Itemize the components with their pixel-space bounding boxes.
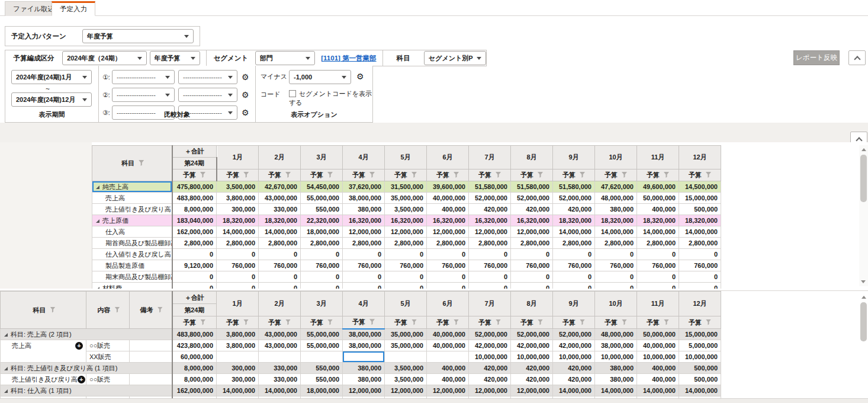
subject-cell[interactable]: 期末商品及び製品棚卸高 — [92, 271, 172, 283]
column-header-total[interactable]: ＋合計 — [172, 292, 217, 304]
column-header-budget[interactable]: 予算 — [637, 316, 679, 329]
subject-cell[interactable]: 材料費 — [92, 283, 172, 289]
filter-icon[interactable] — [327, 172, 333, 178]
budget-cell[interactable]: 12,000,000 — [511, 385, 553, 396]
budget-cell[interactable]: 500,000 — [679, 363, 721, 374]
filter-icon[interactable] — [664, 172, 669, 178]
group-label-cell[interactable]: 科目: 売上値引き及び戻り高 (1 項目) — [1, 363, 172, 374]
budget-cell[interactable]: 0 — [259, 271, 301, 283]
budget-cell[interactable]: 2,800,000 — [511, 238, 553, 249]
budget-cell[interactable]: 50,000,000 — [637, 329, 679, 340]
filter-icon[interactable] — [496, 172, 501, 178]
budget-cell[interactable]: 18,320,000 — [637, 215, 679, 226]
column-header-budget[interactable]: 予算 — [595, 316, 637, 329]
segment-code-checkbox[interactable] — [289, 90, 296, 97]
subject-cell[interactable]: 製品製造原価 — [92, 260, 172, 271]
add-item-icon[interactable]: + — [78, 376, 85, 383]
budget-cell[interactable]: 42,670,000 — [259, 181, 301, 193]
filter-icon[interactable] — [454, 172, 459, 178]
filter-icon[interactable] — [496, 319, 501, 325]
filter-icon[interactable] — [580, 319, 585, 325]
plan-input-pattern-select[interactable]: 年度予算 — [82, 29, 194, 43]
filter-icon[interactable] — [50, 307, 56, 313]
column-header-month[interactable]: 5月 — [385, 292, 427, 316]
budget-cell[interactable]: 40,000,000 — [427, 340, 469, 351]
budget-cell[interactable]: 3,800,000 — [217, 329, 259, 340]
budget-cell[interactable]: 52,000,000 — [511, 193, 553, 204]
filter-icon[interactable] — [369, 319, 375, 325]
filter-icon[interactable] — [285, 172, 291, 178]
budget-cell[interactable]: 0 — [343, 271, 385, 283]
budget-cell[interactable]: 380,000 — [343, 204, 385, 215]
budget-cell[interactable]: 42,000,000 — [469, 340, 511, 351]
column-header-note[interactable]: 備考 — [130, 292, 172, 329]
subject-cell[interactable]: 仕入値引き及び戻し高 — [92, 249, 172, 260]
budget-cell[interactable]: 15,000,000 — [679, 193, 721, 204]
budget-cell[interactable]: 55,000,000 — [301, 193, 343, 204]
budget-cell[interactable]: 400,000 — [427, 363, 469, 374]
budget-cell[interactable]: 12,000,000 — [511, 226, 553, 238]
budget-cell[interactable]: 48,000,000 — [595, 329, 637, 340]
total-cell[interactable]: 0 — [172, 249, 217, 260]
column-header-month[interactable]: 4月 — [343, 146, 385, 169]
column-header-month[interactable]: 7月 — [469, 146, 511, 169]
column-header-budget[interactable]: 予算 — [553, 316, 595, 329]
budget-cell[interactable] — [427, 351, 469, 363]
budget-cell[interactable]: 0 — [427, 249, 469, 260]
budget-cell[interactable]: 760,000 — [259, 260, 301, 271]
scroll-up-arrow[interactable] — [861, 148, 866, 151]
group-label-cell[interactable]: 科目: 仕入高 (1 項目) — [1, 385, 172, 396]
column-header-month[interactable]: 1月 — [217, 146, 259, 169]
budget-cell[interactable]: 0 — [385, 249, 427, 260]
budget-cell[interactable]: 330,000 — [259, 204, 301, 215]
budget-cell[interactable]: 2,800,000 — [595, 238, 637, 249]
filter-icon[interactable] — [580, 172, 585, 178]
budget-cell[interactable]: 2,800,000 — [217, 238, 259, 249]
budget-cell[interactable]: 0 — [511, 283, 553, 289]
add-item-icon[interactable]: + — [75, 342, 83, 350]
budget-cell[interactable]: 760,000 — [427, 260, 469, 271]
budget-cell[interactable]: 0 — [553, 271, 595, 283]
column-header-budget[interactable]: 予算 — [385, 316, 427, 329]
budget-cell[interactable]: 0 — [217, 283, 259, 289]
budget-cell[interactable]: 14,000,000 — [217, 226, 259, 238]
budget-cell[interactable] — [259, 351, 301, 363]
budget-cell[interactable]: 3,800,000 — [217, 340, 259, 351]
total-cell[interactable]: 162,000,000 — [172, 226, 217, 238]
total-cell[interactable]: 483,800,000 — [172, 329, 217, 340]
budget-cell[interactable]: 52,000,000 — [553, 193, 595, 204]
budget-cell[interactable]: 10,000,000 — [637, 351, 679, 363]
budget-cell[interactable]: 420,000 — [511, 363, 553, 374]
gear-icon[interactable]: ⚙ — [242, 91, 249, 99]
budget-cell[interactable]: 14,000,000 — [553, 226, 595, 238]
filter-icon[interactable] — [538, 172, 543, 178]
budget-cell[interactable]: 420,000 — [553, 363, 595, 374]
budget-cell[interactable]: 52,000,000 — [469, 329, 511, 340]
budget-cell[interactable]: 420,000 — [511, 204, 553, 215]
budget-cell[interactable]: 380,000 — [343, 374, 385, 385]
budget-cell[interactable]: 16,320,000 — [427, 215, 469, 226]
budget-cell[interactable]: 14,000,000 — [217, 385, 259, 396]
note-cell[interactable] — [130, 351, 172, 363]
column-header-month[interactable]: 10月 — [595, 146, 637, 169]
scrollbar-thumb[interactable] — [860, 302, 867, 341]
budget-cell[interactable]: 55,000,000 — [301, 329, 343, 340]
budget-cell[interactable]: 49,600,000 — [637, 181, 679, 193]
column-header-budget[interactable]: 予算 — [469, 169, 511, 181]
budget-cell[interactable]: 16,320,000 — [385, 215, 427, 226]
budget-cell[interactable]: 38,000,000 — [343, 340, 385, 351]
minus-format-select[interactable]: -1,000 — [289, 70, 351, 84]
column-header-month[interactable]: 2月 — [259, 292, 301, 316]
column-header-budget[interactable]: 予算 — [259, 316, 301, 329]
budget-cell[interactable]: 10,000,000 — [679, 351, 721, 363]
budget-cell[interactable]: 12,000,000 — [343, 385, 385, 396]
subject-cell[interactable]: 純売上高 — [92, 181, 172, 193]
budget-cell[interactable]: 14,000,000 — [595, 385, 637, 396]
subject-cell[interactable]: 期首商品及び製品棚卸高 — [92, 238, 172, 249]
expanded-icon[interactable] — [96, 185, 99, 189]
selected-budget-cell[interactable] — [343, 351, 385, 363]
total-cell[interactable]: 0 — [172, 271, 217, 283]
budget-cell[interactable]: 760,000 — [553, 260, 595, 271]
column-header-budget[interactable]: 予算 — [469, 316, 511, 329]
budget-cell[interactable]: 18,320,000 — [595, 215, 637, 226]
